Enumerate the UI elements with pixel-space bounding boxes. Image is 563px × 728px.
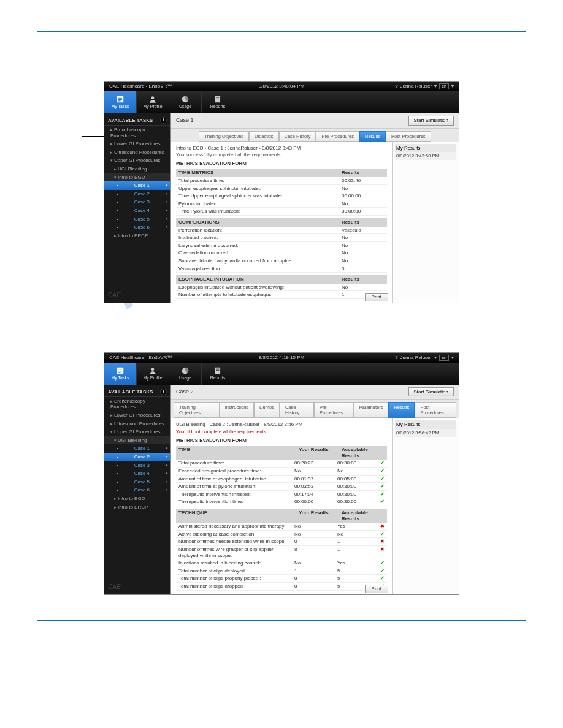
tab[interactable]: Instructions [220,402,254,418]
tab[interactable]: Case History [280,402,314,418]
sidebar-case[interactable]: Case 3▸ [104,461,170,470]
check-icon: ✔ [380,575,385,582]
language-badge[interactable]: en [439,355,449,361]
sidebar-item[interactable]: Upper GI Procedures [104,428,170,436]
start-simulation-button[interactable]: Start Simulation [408,116,454,126]
sidebar-item[interactable]: UGI Bleeding [104,165,170,173]
sidebar: AVAILABLE TASKS i Bronchoscopy Procedure… [104,113,170,303]
sidebar-item[interactable]: Intro to ERCP [104,503,170,512]
sidebar-item[interactable]: Bronchoscopy Procedures [104,397,170,411]
metric-row: Amount of time at esophageal intubation:… [176,476,387,483]
help-icon[interactable]: ? [395,83,397,89]
section-head: TIMEYour ResultsAcceptable Results [176,446,387,460]
sidebar-item[interactable]: Ultrasound Procedures [104,420,170,428]
top-rule [37,31,526,32]
tab[interactable]: Pre-Procedures [314,402,354,418]
tasks-icon [115,95,125,104]
metric-row: Pylorus Intubated:No [176,200,387,208]
metric-row: Exceeded designated procedure time:NoNo✔ [176,468,387,476]
toolbar-my-tasks[interactable]: My Tasks [104,363,137,385]
metrics-panel: Intro to EGD - Case 1 : JennaRaluser - 8… [171,142,392,303]
screenshot-1: CAE Healthcare - EndoVR™ 8/8/2012 3:48:0… [104,81,459,303]
language-badge[interactable]: en [439,83,449,89]
sidebar-case[interactable]: Case 2▸ [104,190,170,199]
sidebar-case[interactable]: Case 1▸ [104,444,170,453]
toolbar-usage[interactable]: Usage [169,91,202,113]
sidebar-case[interactable]: Case 2▸ [104,453,170,461]
metric-row: Injections resulted in bleeding control:… [176,559,387,567]
sidebar-case[interactable]: Case 4▸ [104,469,170,478]
sidebar-item[interactable]: Lower GI Procedures [104,140,170,148]
sidebar-case[interactable]: Case 6▸ [104,486,170,495]
metric-row: Time Pylorus was intubated:00:00:00 [176,208,387,216]
user-menu-icon[interactable]: ▾ [434,355,437,361]
metric-row: Active bleeding at case completion:NoNo✔ [176,531,387,539]
metric-row: Oversedation occurred:No [176,249,387,257]
tab[interactable]: Post-Procedures [415,402,456,418]
tab[interactable]: Training Objectives [199,131,249,142]
sidebar-case[interactable]: Case 5▸ [104,478,170,487]
cae-logo: CAE [108,292,121,299]
tab[interactable]: Results [388,402,415,418]
sidebar-header: AVAILABLE TASKS i [104,116,170,126]
content-title: Case 1 [176,117,194,124]
help-icon[interactable]: ? [395,355,397,361]
tab[interactable]: Pre-Procedures [316,131,359,142]
sidebar-item[interactable]: Intro to ERCP [104,232,170,240]
bottom-rule [37,620,526,621]
tab[interactable]: Training Objectives [174,402,220,418]
tab[interactable]: Parameters [354,402,389,418]
tab[interactable]: Didactics [249,131,278,142]
info-icon[interactable]: i [160,389,167,395]
sidebar-case[interactable]: Case 1▸ [104,181,170,190]
sidebar-case[interactable]: Case 3▸ [104,198,170,207]
user-name[interactable]: Jenna Raluser [400,83,432,89]
tab[interactable]: Post-Procedures [386,131,431,142]
sidebar-item[interactable]: Bronchoscopy Procedures [104,126,170,140]
sidebar-item[interactable]: Ultrasound Procedures [104,148,170,157]
lang-menu-icon[interactable]: ▾ [451,355,454,361]
tab[interactable]: Results [359,131,386,142]
toolbar-my-profile[interactable]: My Profile [137,91,169,113]
toolbar-my-profile[interactable]: My Profile [137,363,169,385]
sidebar-item[interactable]: UGI Bleeding [104,436,170,445]
check-icon: ✔ [380,483,385,490]
sidebar-case[interactable]: Case 6▸ [104,223,170,232]
metric-row: Number of times needle extended while in… [176,538,387,546]
sidebar-case[interactable]: Case 4▸ [104,207,170,215]
lang-menu-icon[interactable]: ▾ [451,83,454,89]
start-simulation-button[interactable]: Start Simulation [408,387,454,397]
title-bar: CAE Healthcare - EndoVR™ 8/8/2012 3:48:0… [104,82,459,91]
user-name[interactable]: Jenna Raluser [400,355,432,361]
metric-row: Therapeutic intervention time:00:00:0000… [176,498,387,506]
print-button[interactable]: Print [365,293,388,301]
sidebar-item[interactable]: Lower GI Procedures [104,411,170,420]
print-button[interactable]: Print [365,585,388,593]
toolbar-usage[interactable]: Usage [169,363,202,385]
toolbar-my-tasks[interactable]: My Tasks [104,91,137,113]
tab[interactable]: Case History [279,131,316,142]
user-menu-icon[interactable]: ▾ [434,83,437,89]
toolbar-reports[interactable]: Reports [202,91,234,113]
right-panel: My Results 8/8/2012 3:56:42 PM [392,418,459,594]
check-icon: ✔ [380,499,385,505]
case-line: UGI Bleeding - Case 2 : JennaRaluser - 8… [176,422,387,428]
sidebar-case[interactable]: Case 5▸ [104,215,170,224]
tab[interactable]: Demos [254,402,280,418]
metric-row: Laryngeal edema occurred:No [176,242,387,250]
metric-row: Number of attempts to intubate esophagus… [176,291,387,299]
metric-row: Total number of clips deployed :15✔ [176,567,387,575]
content-title: Case 2 [176,389,194,395]
result-timestamp[interactable]: 8/8/2012 3:43:50 PM [395,152,456,160]
form-title: METRICS EVALUATION FORM [176,438,387,444]
status-line: You successfully completed all the requi… [176,152,387,158]
content-header: Case 1 Start Simulation [171,113,459,129]
sidebar-item[interactable]: Upper GI Procedures [104,156,170,165]
sidebar-item[interactable]: Intro to EGD [104,495,170,503]
metric-row: Intubated trachea:No [176,234,387,242]
result-timestamp[interactable]: 8/8/2012 3:56:42 PM [395,429,456,437]
sidebar-item[interactable]: Intro to EGD [104,173,170,182]
toolbar-label: My Tasks [111,104,129,109]
info-icon[interactable]: i [160,117,167,124]
toolbar-reports[interactable]: Reports [202,363,234,385]
